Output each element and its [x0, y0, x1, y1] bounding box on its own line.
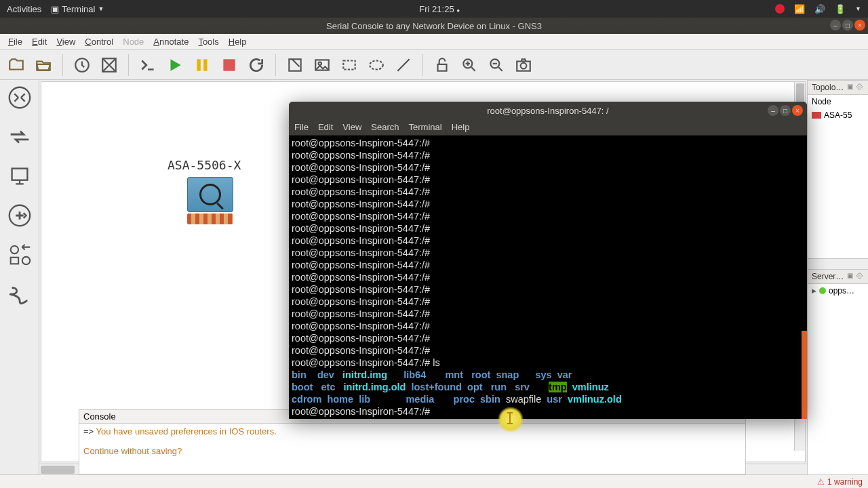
terminal-scrollbar[interactable]: [802, 136, 807, 419]
zoom-out-button[interactable]: [486, 54, 507, 76]
show-hide-interface-labels-button[interactable]: [98, 54, 120, 76]
svg-rect-4: [223, 59, 235, 70]
terminal-menu-view[interactable]: View: [342, 122, 361, 132]
svg-rect-8: [343, 60, 355, 69]
snapshot-button[interactable]: [71, 54, 93, 76]
svg-rect-2: [197, 59, 200, 70]
chevron-down-icon: ▼: [98, 5, 104, 12]
open-project-button[interactable]: [33, 54, 54, 76]
svg-rect-19: [10, 258, 18, 264]
maximize-button[interactable]: □: [842, 20, 853, 30]
terminal-icon: ▣: [51, 4, 59, 14]
svg-point-9: [370, 60, 383, 69]
record-indicator-icon[interactable]: [775, 4, 785, 14]
terminal-menu-help[interactable]: Help: [452, 122, 470, 132]
terminal-menu-terminal[interactable]: Terminal: [409, 122, 442, 132]
draw-ellipse-button[interactable]: [366, 54, 387, 76]
svg-rect-3: [203, 59, 207, 70]
new-project-button[interactable]: [5, 54, 27, 76]
close-button[interactable]: ×: [854, 20, 865, 30]
security-devices-button[interactable]: [5, 201, 35, 230]
svg-rect-10: [438, 64, 447, 70]
reload-button[interactable]: [245, 54, 267, 76]
menu-file[interactable]: File: [4, 35, 26, 48]
console-line-2: Continue without saving?: [83, 446, 741, 456]
terminal-menubar: File Edit View Search Terminal Help: [289, 119, 807, 136]
screenshot-button[interactable]: [513, 54, 534, 76]
console-line-1: => You have unsaved preferences in IOS r…: [83, 426, 741, 436]
battery-icon[interactable]: 🔋: [835, 4, 846, 14]
start-button[interactable]: [164, 54, 186, 76]
minimize-button[interactable]: –: [830, 20, 841, 30]
menu-view[interactable]: View: [52, 35, 79, 48]
node-subtitle: Node: [808, 95, 868, 108]
status-dot-icon: [819, 287, 826, 294]
device-asa-icon[interactable]: [187, 177, 235, 224]
annotate-note-button[interactable]: [284, 54, 306, 76]
menu-control[interactable]: Control: [81, 35, 117, 48]
server-item[interactable]: ▶opps…: [808, 284, 868, 298]
lock-button[interactable]: [431, 54, 453, 76]
warning-icon: ⚠: [817, 477, 825, 487]
app-title: Serial Console to any Network Device on …: [326, 21, 542, 31]
terminal-app-label: Terminal: [62, 4, 95, 14]
servers-panel-title[interactable]: Server…▣ ⮾: [808, 269, 868, 284]
terminal-menu-search[interactable]: Search: [371, 122, 399, 132]
terminal-menu-edit[interactable]: Edit: [318, 122, 333, 132]
svg-point-14: [521, 62, 527, 68]
app-toolbar: [0, 50, 868, 80]
draw-rectangle-button[interactable]: [338, 54, 360, 76]
activities-button[interactable]: Activities: [7, 4, 41, 14]
console-button[interactable]: [137, 54, 159, 76]
magnifier-icon: [199, 184, 221, 205]
topology-panel-title[interactable]: Topolo…▣ ⮾: [808, 80, 868, 95]
status-bar: ⚠ 1 warning: [0, 474, 868, 488]
menu-edit[interactable]: Edit: [28, 35, 51, 48]
terminal-body[interactable]: root@oppsons-Inspiron-5447:/# root@oppso…: [289, 136, 807, 419]
chevron-right-icon: ▶: [812, 287, 816, 294]
add-link-button[interactable]: [5, 279, 35, 309]
app-titlebar: Serial Console to any Network Device on …: [0, 18, 868, 34]
terminal-title: root@oppsons-Inspiron-5447: /: [487, 106, 608, 116]
insert-image-button[interactable]: [311, 54, 333, 76]
switches-button[interactable]: [5, 122, 35, 152]
end-devices-button[interactable]: [5, 161, 35, 191]
terminal-menu-file[interactable]: File: [294, 122, 309, 132]
network-icon[interactable]: 📶: [794, 4, 805, 14]
warning-count[interactable]: 1 warning: [827, 477, 863, 487]
routers-button[interactable]: [5, 83, 35, 113]
svg-point-20: [22, 257, 29, 264]
terminal-minimize-button[interactable]: –: [768, 105, 778, 116]
terminal-window[interactable]: root@oppsons-Inspiron-5447: / – □ × File…: [289, 102, 807, 419]
pause-button[interactable]: [191, 54, 213, 76]
menu-node: Node: [119, 35, 148, 48]
volume-icon[interactable]: 🔊: [814, 4, 825, 14]
stop-button[interactable]: [218, 54, 240, 76]
svg-point-18: [10, 246, 18, 253]
terminal-titlebar[interactable]: root@oppsons-Inspiron-5447: / – □ ×: [289, 102, 807, 119]
device-label: ASA-5506-X: [167, 158, 241, 172]
menu-tools[interactable]: Tools: [194, 35, 222, 48]
right-panels: Topolo…▣ ⮾ Node ASA-55 Server…▣ ⮾ ▶opps…: [807, 80, 868, 474]
all-devices-button[interactable]: [5, 240, 35, 270]
chevron-down-icon[interactable]: ▼: [855, 5, 861, 12]
svg-rect-5: [289, 59, 300, 70]
zoom-in-button[interactable]: [458, 54, 480, 76]
clock[interactable]: Fri 21:25 ●: [419, 4, 460, 14]
terminal-maximize-button[interactable]: □: [780, 105, 791, 116]
firewall-icon: [812, 112, 821, 119]
system-top-bar: Activities ▣ Terminal ▼ Fri 21:25 ● 📶 🔊 …: [0, 0, 868, 18]
draw-line-button[interactable]: [393, 54, 414, 76]
app-menubar: File Edit View Control Node Annotate Too…: [0, 34, 868, 50]
firewall-icon: [187, 214, 233, 224]
svg-point-7: [319, 62, 321, 64]
device-dock: [0, 80, 39, 474]
svg-rect-16: [12, 169, 27, 180]
menu-help[interactable]: Help: [224, 35, 251, 48]
console-panel: Console => You have unsaved preferences …: [79, 409, 746, 474]
topology-item-asa[interactable]: ASA-55: [808, 108, 868, 122]
terminal-close-button[interactable]: ×: [792, 105, 803, 116]
menu-annotate[interactable]: Annotate: [149, 35, 193, 48]
terminal-indicator[interactable]: ▣ Terminal ▼: [51, 4, 104, 14]
topology-scrollbar[interactable]: [808, 258, 868, 269]
